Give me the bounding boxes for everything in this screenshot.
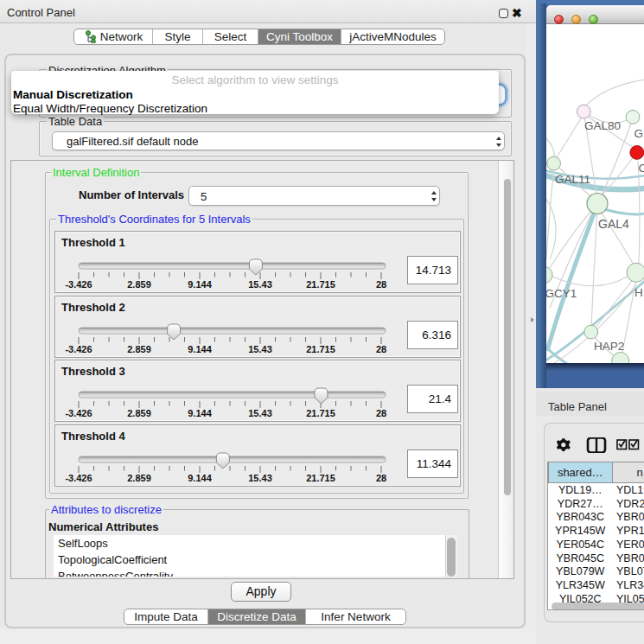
svg-text:15.43: 15.43 [248,408,272,418]
svg-text:-3.426: -3.426 [65,279,92,290]
svg-text:-3.426: -3.426 [65,473,92,483]
svg-text:C: C [639,162,644,175]
svg-text:15.43: 15.43 [248,279,272,290]
svg-text:2.859: 2.859 [127,473,151,483]
svg-text:28: 28 [376,408,386,418]
svg-text:21.715: 21.715 [306,408,335,418]
svg-text:GAL11: GAL11 [555,173,590,186]
svg-text:-3.426: -3.426 [65,408,92,418]
svg-text:GAL80: GAL80 [584,119,621,132]
svg-text:H: H [634,286,643,299]
svg-text:28: 28 [376,279,386,290]
svg-text:15.43: 15.43 [248,473,272,483]
svg-text:15.43: 15.43 [248,344,272,354]
svg-text:2.859: 2.859 [127,279,151,290]
svg-text:HAP2: HAP2 [594,340,624,353]
svg-text:21.715: 21.715 [306,279,335,290]
svg-text:9.144: 9.144 [188,408,212,418]
svg-text:2.859: 2.859 [127,344,151,354]
svg-text:-3.426: -3.426 [65,344,92,354]
svg-text:9.144: 9.144 [188,344,212,354]
svg-text:GAL4: GAL4 [598,217,629,231]
svg-text:21.715: 21.715 [306,473,335,483]
svg-text:9.144: 9.144 [188,279,212,290]
svg-text:G.: G. [634,127,644,140]
svg-text:9.144: 9.144 [188,473,212,483]
svg-text:21.715: 21.715 [306,344,335,354]
svg-text:28: 28 [376,473,386,483]
svg-text:2.859: 2.859 [127,408,151,418]
svg-text:28: 28 [376,344,386,354]
svg-text:GCY1: GCY1 [546,287,577,300]
